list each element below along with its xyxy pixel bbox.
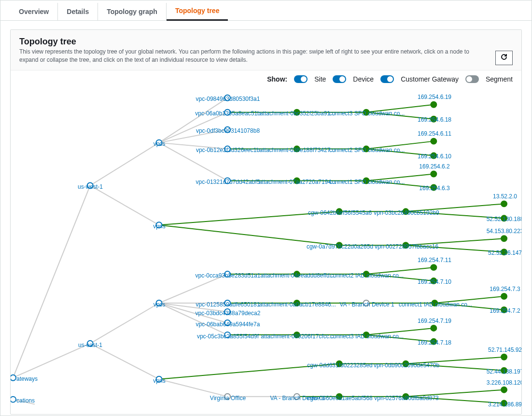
attachment-node[interactable]: attachment-089206f17cfcc...	[261, 333, 334, 340]
svg-point-83	[431, 171, 436, 177]
connect-node[interactable]: connect3 IAD cloudwan co...	[330, 333, 404, 340]
vpc-node[interactable]: vpc-05c3bc2a855f54d9f	[197, 333, 259, 340]
ip-node[interactable]: 52.71.145.92	[488, 347, 521, 353]
vpc-node[interactable]: vpc-0125859adfe650181	[196, 301, 260, 308]
attachment-node[interactable]: attachment-0a0acb17e8846...	[259, 301, 336, 308]
tabs-row: Overview Details Topology graph Topology…	[0, 0, 532, 21]
svg-point-60	[11, 374, 16, 380]
ip-node[interactable]: 169.254.7.3	[490, 286, 520, 292]
tab-overview[interactable]: Overview	[10, 3, 58, 20]
vpc-node[interactable]: vpc-03bdc4388a79deca2	[196, 310, 261, 317]
vpn-node[interactable]: vpn-0db90c2090de5470b	[374, 362, 439, 369]
connect-node[interactable]: connect2 SFO cloudwan co...	[329, 147, 405, 153]
ip-node[interactable]: 169.254.6.11	[418, 130, 451, 137]
ip-node[interactable]: 169.254.7.2	[490, 307, 520, 314]
region-us-east-1[interactable]: us-east-1	[78, 342, 102, 348]
svg-line-30	[90, 303, 159, 344]
svg-point-102	[501, 293, 507, 299]
ip-node[interactable]: 3.214.186.89	[488, 401, 521, 408]
tab-topology-graph[interactable]: Topology graph	[98, 3, 167, 20]
ip-node[interactable]: 52.52.26.147	[488, 250, 521, 256]
ip-node[interactable]: 13.52.2.0	[493, 193, 517, 200]
toggle-customer-gateway-label: Customer Gateway	[401, 75, 459, 83]
ip-node[interactable]: 54.153.80.223	[487, 228, 521, 235]
toggle-customer-gateway[interactable]	[380, 75, 394, 83]
vpc-node[interactable]: vpc-0df3bc993141078b8	[196, 127, 260, 134]
vpc-node[interactable]: vpc-0cca93b5e283d51a1	[196, 272, 261, 279]
filter-row: Show: Site Device Customer Gateway Segme…	[11, 70, 521, 86]
group-vpcs-west[interactable]: vpcs	[154, 140, 166, 147]
cgw-node[interactable]: cgw-0dd631fd0223285ed	[307, 362, 372, 369]
ip-node[interactable]: 169.254.7.19	[418, 318, 451, 324]
svg-point-119	[501, 387, 507, 392]
root-gateways-label[interactable]: ateways	[16, 375, 38, 382]
ip-node[interactable]: 169.254.7.18	[418, 339, 451, 346]
connect-node[interactable]: connect1 IAD cloudwan co...	[399, 301, 472, 308]
svg-point-78	[431, 138, 436, 144]
cgw-node[interactable]: cgw-0a7d976c22d0a265d	[307, 243, 373, 250]
cgw-node[interactable]: cgw-0642b6ef56f5545a6	[308, 209, 372, 216]
svg-point-109	[431, 325, 436, 331]
tab-topology-tree[interactable]: Topology tree	[167, 2, 228, 21]
tab-details[interactable]: Details	[58, 3, 98, 20]
page-title: Topology tree	[19, 37, 513, 47]
attachment-node[interactable]: attachment-0bc352f25ba91...	[260, 110, 335, 117]
page-description: This view represents the topology tree o…	[19, 48, 478, 64]
ip-node[interactable]: 169.254.7.10	[418, 278, 451, 285]
tree-canvas[interactable]: ateways cations us-west-1 us-east-1 vpcs…	[11, 86, 521, 414]
toggle-segment[interactable]	[465, 75, 479, 83]
group-vpcs-east[interactable]: vpcs	[154, 301, 166, 308]
svg-point-96	[431, 264, 436, 270]
attachment-node[interactable]: attachment-038e188f73427...	[260, 147, 336, 153]
vpc-node[interactable]: vpc-06a0b1395a8eac51b	[195, 110, 260, 117]
refresh-button[interactable]	[495, 51, 513, 65]
toggle-segment-label: Segment	[486, 75, 513, 83]
root-locations-label[interactable]: cations	[16, 397, 35, 404]
svg-point-91	[501, 236, 507, 241]
ip-node[interactable]: 52.44.138.197	[487, 368, 521, 375]
ip-node[interactable]: 169.254.7.11	[418, 257, 451, 263]
vpc-node[interactable]: vpc-06bab649a5944fe7a	[196, 321, 260, 328]
panel-header: Topology tree This view represents the t…	[11, 30, 521, 70]
show-label: Show:	[267, 75, 287, 83]
group-vpns-east[interactable]: vpns	[153, 377, 165, 384]
svg-line-54	[159, 379, 227, 396]
ip-node[interactable]: 52.52.130.188	[487, 216, 521, 222]
toggle-device-label: Device	[353, 75, 374, 83]
svg-point-113	[501, 354, 507, 360]
site-node[interactable]: Virginia Office	[210, 395, 246, 402]
ip-node[interactable]: 3.226.108.120	[487, 379, 521, 386]
vpn-node[interactable]: vpn-02576a80dfba0d873	[374, 395, 438, 402]
ip-node[interactable]: 169.254.6.2	[419, 163, 449, 170]
vpn-node[interactable]: vpn-03bc26490cb5192b9	[374, 209, 439, 216]
svg-point-61	[11, 396, 16, 402]
svg-line-26	[159, 225, 339, 245]
toggle-site-label: Site	[314, 75, 326, 83]
group-vpns-west[interactable]: vpns	[153, 223, 165, 230]
svg-point-87	[501, 201, 507, 207]
attachment-node[interactable]: attachment-04eeaddd8effd...	[260, 272, 334, 279]
connect-node[interactable]: connect2 IAD cloudwan co...	[330, 272, 404, 279]
ip-node[interactable]: 169.254.6.10	[418, 153, 451, 160]
device-node[interactable]: VA - Branch Device 1	[339, 301, 394, 308]
vpc-node[interactable]: vpc-0984963d80530f3a1	[196, 96, 260, 102]
cgw-node[interactable]: cgw-0460e0a1ae5abf568	[307, 395, 372, 402]
region-us-west-1[interactable]: us-west-1	[78, 183, 103, 190]
connect-node[interactable]: connect1 SFO cloudwan co...	[329, 179, 405, 185]
vpc-node[interactable]: vpc-0b12e2f3d326eec1b	[196, 147, 260, 153]
toggle-device[interactable]	[333, 75, 346, 83]
svg-point-72	[431, 101, 436, 107]
ip-node[interactable]: 169.254.6.18	[418, 116, 451, 123]
toggle-site[interactable]	[294, 75, 308, 83]
ip-node[interactable]: 169.254.6.19	[418, 94, 451, 100]
connect-node[interactable]: connect3 SFO cloudwan co...	[329, 110, 405, 117]
svg-line-31	[90, 343, 159, 379]
attachment-node[interactable]: attachment-07aa2720a7194...	[259, 179, 336, 185]
ip-node[interactable]: 169.254.6.3	[419, 185, 449, 192]
svg-line-3	[90, 142, 159, 185]
vpc-node[interactable]: vpc-01321d7d7dd42abf5	[196, 179, 260, 185]
svg-line-4	[90, 185, 159, 225]
topology-tree-panel: Topology tree This view represents the t…	[10, 29, 522, 415]
vpn-node[interactable]: vpn-002728957fbbacc16	[375, 243, 438, 250]
refresh-icon	[500, 53, 508, 62]
